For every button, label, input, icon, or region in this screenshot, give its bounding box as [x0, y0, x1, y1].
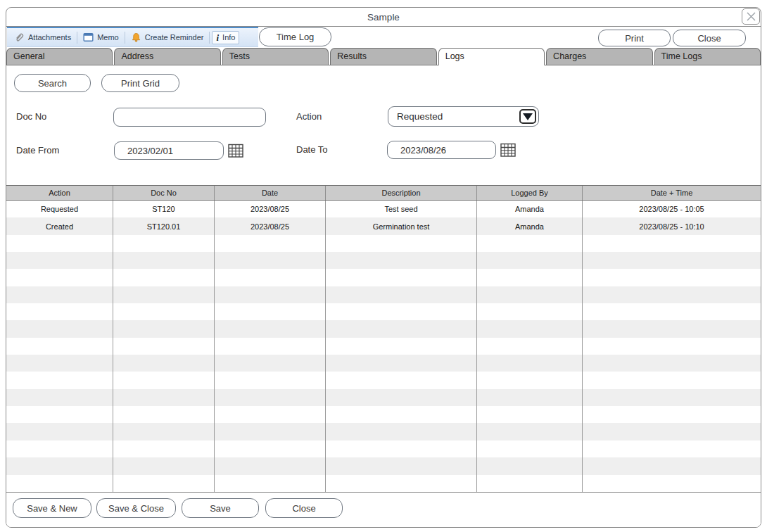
table-cell	[6, 457, 113, 474]
calendar-icon	[500, 141, 516, 158]
table-cell	[583, 252, 761, 269]
table-row[interactable]: RequestedST1202023/08/25Test seedAmanda2…	[6, 201, 761, 217]
column-header-date[interactable]: Date	[215, 186, 326, 200]
info-button[interactable]: iInfo	[212, 31, 239, 44]
table-cell	[6, 406, 113, 423]
table-cell	[6, 338, 113, 355]
table-cell	[583, 320, 761, 337]
tab-charges[interactable]: Charges	[546, 48, 652, 65]
log-table-header: ActionDoc NoDateDescriptionLogged ByDate…	[6, 186, 761, 201]
table-cell	[477, 235, 583, 252]
tab-tests[interactable]: Tests	[222, 48, 329, 65]
create-reminder-label: Create Reminder	[145, 33, 204, 42]
table-row-empty	[6, 372, 761, 388]
table-cell	[113, 475, 215, 492]
table-cell	[583, 286, 761, 303]
toolbar: AttachmentsMemoCreate ReminderiInfo Time…	[6, 27, 761, 48]
table-cell	[215, 355, 326, 372]
doc-no-input[interactable]	[113, 108, 266, 127]
table-cell: Created	[6, 217, 113, 234]
paperclip-icon	[14, 32, 25, 43]
date-from-calendar-button[interactable]	[227, 141, 245, 160]
table-cell	[326, 338, 477, 355]
action-dropdown-button[interactable]	[519, 109, 536, 124]
table-row-empty	[6, 406, 761, 423]
bell-icon	[131, 32, 141, 43]
table-cell	[477, 441, 583, 457]
table-cell	[113, 406, 215, 423]
doc-no-label: Doc No	[16, 108, 46, 126]
chevron-down-icon	[523, 113, 533, 120]
tab-results[interactable]: Results	[330, 48, 436, 65]
table-cell: 2023/08/25 - 10:05	[583, 201, 761, 217]
table-row-empty	[6, 235, 761, 252]
print-button[interactable]: Print	[598, 30, 671, 46]
table-row-empty	[6, 252, 761, 269]
table-cell	[6, 235, 113, 252]
date-to-calendar-button[interactable]	[499, 141, 517, 159]
table-cell	[215, 372, 326, 388]
title-bar: Sample	[6, 8, 761, 27]
table-cell	[113, 269, 215, 286]
table-row-empty	[6, 457, 761, 474]
tab-general[interactable]: General	[6, 48, 113, 65]
table-cell	[477, 406, 583, 423]
table-cell: Amanda	[477, 201, 583, 217]
column-header-doc-no[interactable]: Doc No	[113, 186, 215, 200]
table-cell	[6, 389, 113, 406]
table-cell: Requested	[6, 201, 113, 217]
table-row[interactable]: CreatedST120.012023/08/25Germination tes…	[6, 217, 761, 234]
table-cell: 2023/08/25 - 10:10	[583, 217, 761, 234]
date-from-input[interactable]	[114, 141, 224, 160]
search-button[interactable]: Search	[14, 74, 91, 92]
table-cell	[583, 423, 761, 440]
table-cell	[6, 423, 113, 440]
close-button[interactable]: Close	[265, 498, 343, 518]
memo-button[interactable]: Memo	[80, 31, 122, 44]
tab-logs[interactable]: Logs	[438, 48, 545, 65]
save-button[interactable]: Save	[182, 498, 259, 518]
table-cell	[477, 320, 583, 337]
table-cell	[326, 286, 477, 303]
save-close-button[interactable]: Save & Close	[96, 498, 176, 518]
window-close-button[interactable]	[742, 8, 760, 25]
toolbar-separator	[209, 32, 210, 44]
tab-address[interactable]: Address	[114, 48, 220, 65]
table-row-empty	[6, 423, 761, 440]
save-new-button[interactable]: Save & New	[13, 498, 91, 518]
log-table: ActionDoc NoDateDescriptionLogged ByDate…	[6, 185, 761, 493]
table-cell	[113, 338, 215, 355]
table-cell	[326, 475, 477, 492]
table-row-empty	[6, 286, 761, 303]
table-cell	[113, 372, 215, 388]
table-cell	[583, 269, 761, 286]
column-header-action[interactable]: Action	[6, 186, 113, 200]
create-reminder-button[interactable]: Create Reminder	[127, 31, 208, 44]
table-cell	[583, 475, 761, 492]
table-cell	[215, 457, 326, 474]
table-cell	[583, 355, 761, 372]
table-cell: Test seed	[326, 201, 477, 217]
table-cell	[477, 269, 583, 286]
table-cell	[215, 286, 326, 303]
action-select[interactable]: Requested	[388, 106, 539, 127]
logs-filter-panel: Search Print Grid Doc No Action Requeste…	[6, 65, 761, 185]
close-top-button[interactable]: Close	[673, 30, 746, 46]
date-to-input[interactable]	[387, 141, 496, 159]
table-cell	[477, 355, 583, 372]
window-title: Sample	[367, 12, 400, 23]
column-header-date-time[interactable]: Date + Time	[583, 186, 761, 200]
time-log-button[interactable]: Time Log	[259, 27, 331, 46]
print-grid-button[interactable]: Print Grid	[101, 74, 179, 92]
table-cell	[477, 286, 583, 303]
table-cell	[113, 286, 215, 303]
column-header-description[interactable]: Description	[326, 186, 477, 200]
table-cell	[113, 303, 215, 320]
table-cell	[215, 475, 326, 492]
attachments-button[interactable]: Attachments	[11, 31, 75, 44]
tab-time-logs[interactable]: Time Logs	[654, 48, 761, 65]
memo-label: Memo	[97, 33, 119, 42]
table-cell	[215, 269, 326, 286]
column-header-logged-by[interactable]: Logged By	[477, 186, 583, 200]
table-cell	[583, 338, 761, 355]
